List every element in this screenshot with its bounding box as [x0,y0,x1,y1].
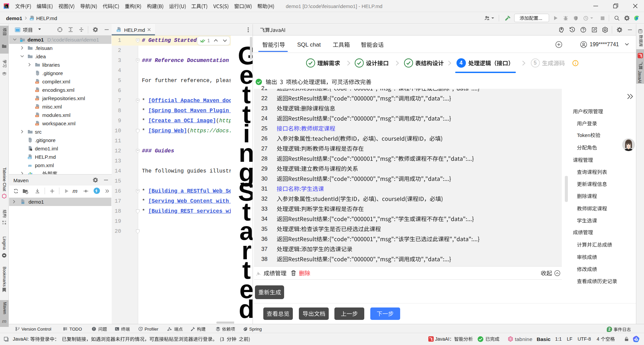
svg-text:m: m [21,201,24,205]
svg-text:<>: <> [36,115,39,117]
svg-text:<>: <> [36,81,39,83]
svg-text:<>: <> [36,98,39,100]
svg-text:<>: <> [36,107,39,109]
svg-text:<>: <> [36,123,39,125]
svg-text:MD: MD [117,30,120,32]
svg-text:MD: MD [30,18,33,20]
svg-text:MD: MD [28,157,31,159]
svg-text:m: m [28,163,32,168]
svg-text:<>: <> [36,90,39,92]
svg-text:G: G [26,191,28,194]
